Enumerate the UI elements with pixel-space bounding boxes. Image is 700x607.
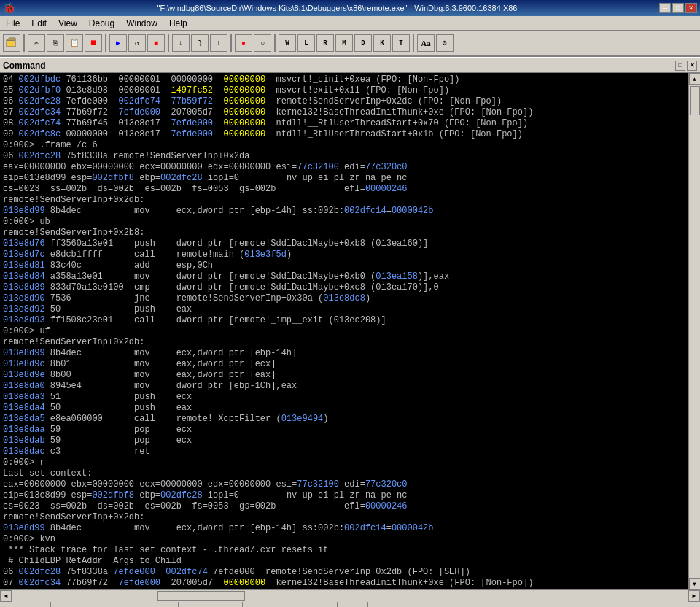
break-button[interactable]: ⏹ <box>85 34 102 52</box>
scroll-left-button[interactable]: ◀ <box>0 590 12 602</box>
terminal-line: cs=0023 ss=002b ds=002b es=002b fs=0053 … <box>3 501 685 512</box>
content-area: 04 002dfbdc 761136bb 00000001 00000000 0… <box>0 73 700 589</box>
menu-edit[interactable]: Edit <box>26 17 52 30</box>
terminal-line: 013e8dab 59 pop ecx <box>3 436 685 446</box>
terminal-line: 0:000> kvn <box>3 534 685 545</box>
memory-button[interactable]: M <box>335 34 353 52</box>
copy-button[interactable]: ⎘ <box>47 34 64 52</box>
cmd-maximize-button[interactable]: □ <box>675 61 685 71</box>
font-button[interactable]: Aa <box>417 34 435 52</box>
menu-view[interactable]: View <box>52 17 83 30</box>
terminal-line: 013e8d7c e8dcb1ffff call remote!main (01… <box>3 250 685 260</box>
terminal-line: 013e8d99 8b4dec mov ecx,dword ptr [ebp-1… <box>3 348 685 359</box>
terminal-line: 06 002dfc28 75f8338a 7efde000 002dfc74 7… <box>3 567 685 578</box>
terminal-line: 013e8d99 8b4dec mov ecx,dword ptr [ebp-1… <box>3 523 685 534</box>
horizontal-scrollbar[interactable]: ◀ ▶ <box>0 589 700 601</box>
svg-marker-1 <box>7 38 15 40</box>
terminal[interactable]: 04 002dfbdc 761136bb 00000001 00000000 0… <box>0 73 688 589</box>
step-out-button[interactable]: ↑ <box>210 34 228 52</box>
terminal-line: 013e8d92 50 push eax <box>3 304 685 315</box>
registers-button[interactable]: R <box>316 34 334 52</box>
locals-button[interactable]: L <box>298 34 315 52</box>
terminal-line: 013e8daa 59 pop ecx <box>3 425 685 436</box>
terminal-line: # ChildEBP RetAddr Args to Child <box>3 556 685 567</box>
callstack-button[interactable]: K <box>373 34 391 52</box>
status-proc: Proc 000:273c <box>114 602 179 607</box>
terminal-line: 013e8dac c3 ret <box>3 446 685 457</box>
menu-help[interactable]: Help <box>163 17 193 30</box>
command-window-header: Command □ ✕ <box>0 57 700 73</box>
scroll-track[interactable] <box>689 85 701 578</box>
options-button[interactable]: ⚙ <box>436 34 454 52</box>
title-bar: 🐞 "F:\windbg86\SourceDir\Windows Kits\8.… <box>0 0 700 16</box>
maximize-button[interactable]: □ <box>672 3 684 13</box>
terminal-line: eip=013e8d99 esp=002dfbf8 ebp=002dfc28 i… <box>3 173 685 184</box>
cmd-header-buttons: □ ✕ <box>675 61 697 71</box>
status-ovr: OVR <box>273 602 303 607</box>
go-button[interactable]: ▶ <box>109 34 127 52</box>
terminal-line: eax=00000000 ebx=00000000 ecx=00000000 e… <box>3 479 685 490</box>
terminal-line: eax=00000000 ebx=00000000 ecx=00000000 e… <box>3 162 685 173</box>
terminal-line: 013e8d90 7536 jne remote!SendServerInp+0… <box>3 293 685 304</box>
hscroll-thumb[interactable] <box>158 591 245 601</box>
cut-button[interactable]: ✂ <box>28 34 45 52</box>
remove-bp-button[interactable]: ○ <box>254 34 271 52</box>
threads-button[interactable]: T <box>392 34 410 52</box>
menu-window[interactable]: Window <box>120 17 163 30</box>
terminal-line: 013e8d9c 8b01 mov eax,dword ptr [ecx] <box>3 359 685 370</box>
status-num: NUM <box>338 602 368 607</box>
vertical-scrollbar[interactable]: ▲ ▼ <box>688 73 700 589</box>
menu-debug[interactable]: Debug <box>83 17 120 30</box>
terminal-line: remote!SendServerInp+0x2db: <box>3 195 685 206</box>
paste-button[interactable]: 📋 <box>66 34 83 52</box>
stop-button[interactable]: ■ <box>147 34 165 52</box>
toolbar-sep-6 <box>413 34 414 52</box>
terminal-line: remote!SendServerInp+0x2db: <box>3 337 685 348</box>
terminal-line: 013e8d81 83c40c add esp,0Ch <box>3 260 685 271</box>
window-controls: ─ □ ✕ <box>659 3 697 13</box>
menu-file[interactable]: File <box>0 17 26 30</box>
status-bar: Ln 0, Col 0 Sys 0:<Local> Proc 000:273c … <box>0 601 700 607</box>
status-thrd: Thrd 000:2bd8 <box>179 602 244 607</box>
window-title: "F:\windbg86\SourceDir\Windows Kits\8.1\… <box>15 4 659 12</box>
terminal-line: 09 002dfc8c 00000000 013e8e17 7efde000 0… <box>3 129 685 140</box>
restart-button[interactable]: ↺ <box>128 34 146 52</box>
scroll-right-button[interactable]: ▶ <box>688 590 700 602</box>
terminal-line: 08 002dfc74 77b69f45 013e8e17 7efde000 0… <box>3 118 685 129</box>
status-sys: Sys 0:<Local> <box>51 602 114 607</box>
open-button[interactable] <box>3 34 20 52</box>
breakpoint-button[interactable]: ● <box>235 34 252 52</box>
close-button[interactable]: ✕ <box>685 3 697 13</box>
watch-button[interactable]: W <box>279 34 296 52</box>
terminal-line: Last set context: <box>3 468 685 479</box>
terminal-line: cs=0023 ss=002b ds=002b es=002b fs=0053 … <box>3 184 685 195</box>
svg-rect-0 <box>7 40 15 47</box>
status-asm: ASM <box>243 602 273 607</box>
toolbar: ✂ ⎘ 📋 ⏹ ▶ ↺ ■ ↓ ⤵ ↑ ● ○ W L R M D K T Aa… <box>0 31 700 57</box>
step-into-button[interactable]: ↓ <box>172 34 190 52</box>
step-over-button[interactable]: ⤵ <box>191 34 209 52</box>
terminal-line: 04 002dfbdc 761136bb 00000001 00000000 0… <box>3 74 685 85</box>
menu-bar: File Edit View Debug Window Help <box>0 16 700 31</box>
toolbar-sep-1 <box>23 34 25 52</box>
toolbar-sep-3 <box>168 34 169 52</box>
terminal-line: 013e8da4 50 push eax <box>3 403 685 414</box>
scroll-down-button[interactable]: ▼ <box>689 578 701 589</box>
terminal-line: 0:000> ub <box>3 217 685 228</box>
terminal-line: eip=013e8d99 esp=002dfbf8 ebp=002dfc28 i… <box>3 490 685 501</box>
terminal-line: 013e8d76 ff3560a13e01 push dword ptr [re… <box>3 239 685 250</box>
cmd-close-button[interactable]: ✕ <box>687 61 697 71</box>
terminal-line: 013e8d89 833d70a13e0100 cmp dword ptr [r… <box>3 282 685 293</box>
terminal-line: remote!SendServerInp+0x2b8: <box>3 228 685 239</box>
terminal-line: 013e8d84 a358a13e01 mov dword ptr [remot… <box>3 271 685 282</box>
disasm-button[interactable]: D <box>354 34 372 52</box>
scroll-thumb[interactable] <box>690 86 700 115</box>
minimize-button[interactable]: ─ <box>659 3 671 13</box>
hscroll-track[interactable] <box>12 590 688 602</box>
terminal-line: 013e8da0 8945e4 mov dword ptr [ebp-1Ch],… <box>3 381 685 392</box>
terminal-line: 0:000> .frame /c 6 <box>3 140 685 151</box>
terminal-line: 07 002dfc34 77b69f72 7efde000 207005d7 0… <box>3 107 685 118</box>
terminal-line: 013e8d9e 8b00 mov eax,dword ptr [eax] <box>3 370 685 381</box>
toolbar-sep-5 <box>274 34 276 52</box>
scroll-up-button[interactable]: ▲ <box>689 73 701 85</box>
